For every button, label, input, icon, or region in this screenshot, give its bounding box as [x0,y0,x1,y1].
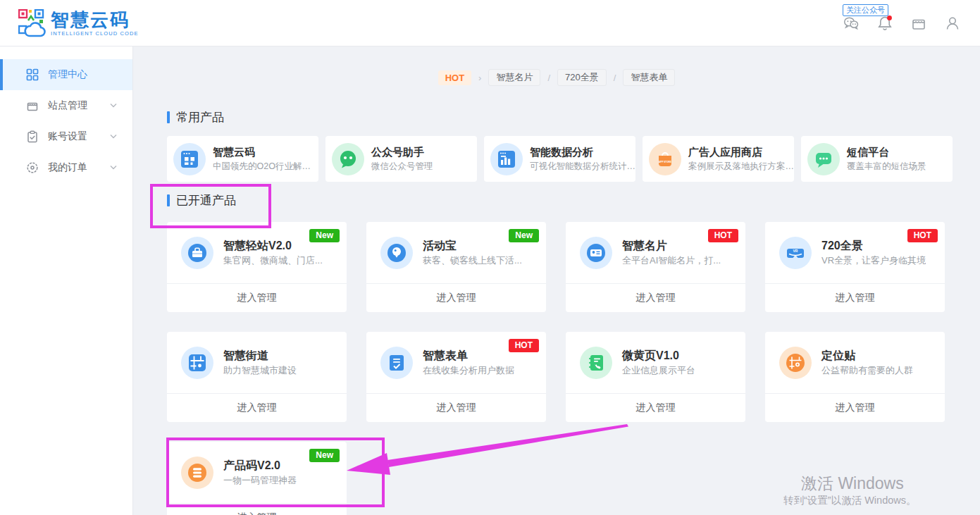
storefront-icon [26,99,39,112]
product-title: 智慧云码 [213,145,318,159]
enter-manage-button[interactable]: 进入管理 [366,393,546,422]
hot-badge: HOT [907,229,938,242]
breadcrumb-item-smart-form[interactable]: 智慧表单 [623,69,675,86]
bell-icon[interactable] [876,15,893,32]
breadcrumb-separator: / [547,73,550,83]
grid-icon [26,68,39,81]
chevron-down-icon [110,103,117,108]
notification-dot [887,15,892,20]
product-title: 活动宝 [423,239,522,253]
product-code-icon [181,457,213,489]
card-smart-street[interactable]: 智慧街道 助力智慧城市建设 进入管理 [167,332,347,422]
sidebar-item-site-management[interactable]: 站点管理 [0,90,132,121]
title-accent-bar [167,194,170,206]
product-title: 智慧表单 [423,349,514,363]
follow-official-account-tooltip: 关注公众号 [843,4,888,16]
hot-badge: HOT [509,339,539,352]
card-smart-cloud-code[interactable]: 智慧云码 中国领先的O2O行业解决方... [167,136,318,182]
clipboard-check-icon [26,130,39,143]
product-title: 智慧街道 [223,349,297,363]
chevron-down-icon [110,165,117,170]
card-product-code[interactable]: New 产品码V2.0 一物一码管理神器 进入管理 [167,442,347,515]
enter-manage-button[interactable]: 进入管理 [566,283,745,312]
product-desc: 获客、锁客线上线下活... [423,254,522,266]
sidebar-item-label: 账号设置 [48,130,87,143]
street-map-icon [181,347,213,379]
app-header: 智慧云码 INTELLIGENT CLOUD CODE 关注公众号 [0,0,980,46]
new-badge: New [309,449,340,462]
enter-manage-button[interactable]: 进入管理 [167,393,347,422]
card-ad-app-store[interactable]: APP STORE 广告人应用商店 案例展示及落地执行方案下载 [643,136,794,182]
product-desc: 助力智慧城市建设 [223,364,297,376]
section-title-opened: 已开通产品 [167,192,236,209]
hot-badge: HOT [708,229,738,242]
product-title: 定位贴 [821,349,913,363]
enter-manage-button[interactable]: 进入管理 [167,503,347,515]
product-desc: 覆盖丰富的短信场景 [847,161,926,173]
store-icon[interactable] [910,15,927,32]
title-accent-bar [167,111,170,123]
breadcrumb-item-smart-card[interactable]: 智慧名片 [488,69,540,86]
shopping-bag-icon: APP STORE [649,143,681,175]
vr-headset-icon: VR [779,237,812,269]
sidebar-item-my-orders[interactable]: 我的订单 [0,152,132,183]
product-desc: 在线收集分析用户数据 [423,364,514,376]
order-icon [26,161,39,174]
card-data-analysis[interactable]: 智能数据分析 可视化智能数据分析统计平台 [484,136,635,182]
card-micro-yellow-pages[interactable]: 微黄页V1.0 企业信息展示平台 进入管理 [566,332,745,422]
product-title: 智能数据分析 [530,145,635,159]
breadcrumb-separator: / [614,73,616,83]
location-pin-icon [779,347,812,379]
enter-manage-button[interactable]: 进入管理 [765,283,945,312]
logo-qr-cloud-icon [18,9,46,37]
product-title: 公众号助手 [371,145,433,159]
breadcrumb-item-720-panorama[interactable]: 720全景 [557,69,607,86]
product-desc: 微信公众号管理 [371,161,433,173]
enter-manage-button[interactable]: 进入管理 [566,393,745,422]
new-badge: New [309,229,340,242]
svg-text:VR: VR [793,249,798,253]
card-official-account-helper[interactable]: 公众号助手 微信公众号管理 [325,136,477,182]
product-desc: 可视化智能数据分析统计平台 [530,161,635,173]
product-title: 微黄页V1.0 [622,349,695,363]
enter-manage-button[interactable]: 进入管理 [366,283,546,312]
sidebar-item-management-center[interactable]: 管理中心 [0,59,132,90]
card-smart-business-card[interactable]: HOT 智慧名片 全平台AI智能名片，打... 进入管理 [566,222,745,312]
card-light-site[interactable]: New 智慧轻站V2.0 集官网、微商城、门店... 进入管理 [167,222,347,312]
product-desc: 案例展示及落地执行方案下载 [688,161,794,173]
wechat-bubble-icon [332,143,364,175]
id-card-icon [580,237,612,269]
chevron-down-icon [110,134,117,139]
svg-text:APP STORE: APP STORE [659,160,671,163]
section-title-common: 常用产品 [167,109,224,125]
card-720-panorama[interactable]: HOT VR 720全景 VR全景，让客户身临其境 进入管理 [765,222,945,312]
user-icon[interactable] [944,15,961,32]
card-sms-platform[interactable]: 短信平台 覆盖丰富的短信场景 [801,136,953,182]
hot-tag[interactable]: HOT [438,70,471,85]
sidebar-item-label: 管理中心 [48,68,87,81]
new-badge: New [509,229,539,242]
enter-manage-button[interactable]: 进入管理 [765,393,945,422]
phonebook-icon [580,347,612,379]
product-desc: 全平台AI智能名片，打... [622,254,721,266]
sidebar-item-account-settings[interactable]: 账号设置 [0,121,132,152]
card-location-sticker[interactable]: 定位贴 公益帮助有需要的人群 进入管理 [765,332,945,422]
card-activity-treasure[interactable]: New 活动宝 获客、锁客线上线下活... 进入管理 [366,222,546,312]
product-desc: 一物一码管理神器 [223,474,297,486]
sidebar: 管理中心 站点管理 账号设置 我的订单 [0,46,133,515]
opened-products-grid: New 智慧轻站V2.0 集官网、微商城、门店... 进入管理 New [167,222,949,515]
enter-manage-button[interactable]: 进入管理 [167,283,347,312]
product-title: 智慧轻站V2.0 [223,239,323,253]
app-subtitle: INTELLIGENT CLOUD CODE [51,30,139,37]
app-logo[interactable]: 智慧云码 INTELLIGENT CLOUD CODE [18,9,139,37]
sidebar-item-label: 站点管理 [48,99,87,112]
qr-browser-icon [173,143,206,175]
product-desc: 中国领先的O2O行业解决方... [213,161,318,173]
breadcrumb-chevron: › [478,73,481,83]
product-desc: 集官网、微商城、门店... [223,254,323,266]
bar-chart-icon [490,143,523,175]
card-smart-form[interactable]: HOT 智慧表单 在线收集分析用户数据 进入管理 [366,332,546,422]
product-title: 广告人应用商店 [688,145,794,159]
wechat-icon[interactable] [843,15,860,32]
breadcrumb: HOT › 智慧名片 / 720全景 / 智慧表单 [133,69,980,86]
